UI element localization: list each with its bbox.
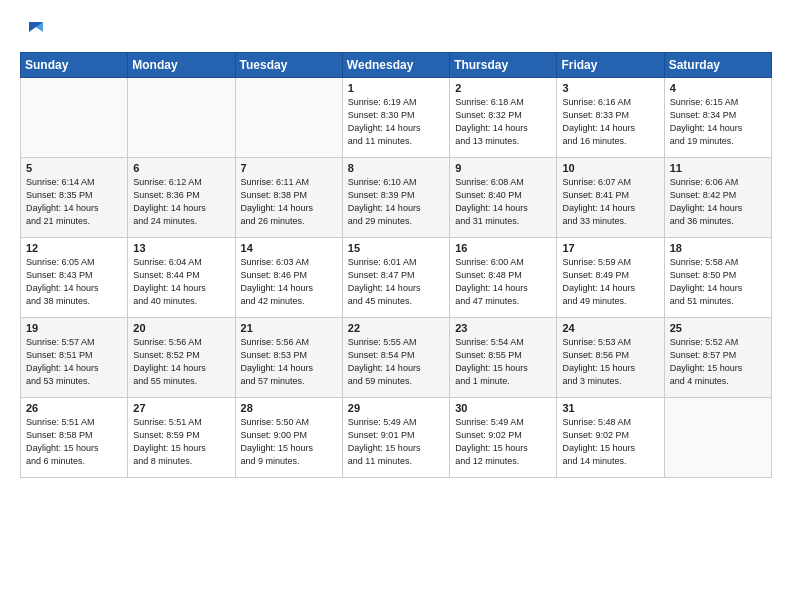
- day-number: 14: [241, 242, 337, 254]
- logo: [20, 18, 47, 40]
- day-number: 25: [670, 322, 766, 334]
- day-number: 4: [670, 82, 766, 94]
- day-number: 6: [133, 162, 229, 174]
- calendar-cell: 7Sunrise: 6:11 AM Sunset: 8:38 PM Daylig…: [235, 158, 342, 238]
- day-info: Sunrise: 5:53 AM Sunset: 8:56 PM Dayligh…: [562, 336, 658, 388]
- calendar-week-row: 26Sunrise: 5:51 AM Sunset: 8:58 PM Dayli…: [21, 398, 772, 478]
- day-number: 18: [670, 242, 766, 254]
- day-number: 8: [348, 162, 444, 174]
- day-info: Sunrise: 6:18 AM Sunset: 8:32 PM Dayligh…: [455, 96, 551, 148]
- day-info: Sunrise: 6:03 AM Sunset: 8:46 PM Dayligh…: [241, 256, 337, 308]
- day-info: Sunrise: 5:51 AM Sunset: 8:59 PM Dayligh…: [133, 416, 229, 468]
- day-number: 22: [348, 322, 444, 334]
- calendar-cell: 4Sunrise: 6:15 AM Sunset: 8:34 PM Daylig…: [664, 78, 771, 158]
- calendar-cell: 21Sunrise: 5:56 AM Sunset: 8:53 PM Dayli…: [235, 318, 342, 398]
- calendar-table: SundayMondayTuesdayWednesdayThursdayFrid…: [20, 52, 772, 478]
- calendar-header-sunday: Sunday: [21, 53, 128, 78]
- calendar-cell: 14Sunrise: 6:03 AM Sunset: 8:46 PM Dayli…: [235, 238, 342, 318]
- day-number: 17: [562, 242, 658, 254]
- day-number: 28: [241, 402, 337, 414]
- day-number: 21: [241, 322, 337, 334]
- day-info: Sunrise: 5:49 AM Sunset: 9:02 PM Dayligh…: [455, 416, 551, 468]
- calendar-header-row: SundayMondayTuesdayWednesdayThursdayFrid…: [21, 53, 772, 78]
- calendar-cell: 5Sunrise: 6:14 AM Sunset: 8:35 PM Daylig…: [21, 158, 128, 238]
- day-info: Sunrise: 5:58 AM Sunset: 8:50 PM Dayligh…: [670, 256, 766, 308]
- calendar-header-tuesday: Tuesday: [235, 53, 342, 78]
- day-info: Sunrise: 5:48 AM Sunset: 9:02 PM Dayligh…: [562, 416, 658, 468]
- day-info: Sunrise: 6:06 AM Sunset: 8:42 PM Dayligh…: [670, 176, 766, 228]
- day-number: 31: [562, 402, 658, 414]
- day-info: Sunrise: 6:05 AM Sunset: 8:43 PM Dayligh…: [26, 256, 122, 308]
- day-number: 26: [26, 402, 122, 414]
- day-info: Sunrise: 5:51 AM Sunset: 8:58 PM Dayligh…: [26, 416, 122, 468]
- calendar-week-row: 5Sunrise: 6:14 AM Sunset: 8:35 PM Daylig…: [21, 158, 772, 238]
- calendar-cell: 13Sunrise: 6:04 AM Sunset: 8:44 PM Dayli…: [128, 238, 235, 318]
- calendar-cell: [664, 398, 771, 478]
- calendar-header-wednesday: Wednesday: [342, 53, 449, 78]
- calendar-cell: 8Sunrise: 6:10 AM Sunset: 8:39 PM Daylig…: [342, 158, 449, 238]
- day-info: Sunrise: 5:56 AM Sunset: 8:53 PM Dayligh…: [241, 336, 337, 388]
- header: [20, 18, 772, 40]
- calendar-cell: 1Sunrise: 6:19 AM Sunset: 8:30 PM Daylig…: [342, 78, 449, 158]
- day-number: 23: [455, 322, 551, 334]
- calendar-cell: 26Sunrise: 5:51 AM Sunset: 8:58 PM Dayli…: [21, 398, 128, 478]
- calendar-cell: 27Sunrise: 5:51 AM Sunset: 8:59 PM Dayli…: [128, 398, 235, 478]
- day-info: Sunrise: 6:11 AM Sunset: 8:38 PM Dayligh…: [241, 176, 337, 228]
- day-info: Sunrise: 5:57 AM Sunset: 8:51 PM Dayligh…: [26, 336, 122, 388]
- day-info: Sunrise: 5:55 AM Sunset: 8:54 PM Dayligh…: [348, 336, 444, 388]
- day-info: Sunrise: 6:19 AM Sunset: 8:30 PM Dayligh…: [348, 96, 444, 148]
- day-number: 1: [348, 82, 444, 94]
- calendar-cell: 29Sunrise: 5:49 AM Sunset: 9:01 PM Dayli…: [342, 398, 449, 478]
- calendar-cell: 19Sunrise: 5:57 AM Sunset: 8:51 PM Dayli…: [21, 318, 128, 398]
- day-info: Sunrise: 5:50 AM Sunset: 9:00 PM Dayligh…: [241, 416, 337, 468]
- calendar-header-saturday: Saturday: [664, 53, 771, 78]
- day-info: Sunrise: 6:07 AM Sunset: 8:41 PM Dayligh…: [562, 176, 658, 228]
- calendar-cell: 10Sunrise: 6:07 AM Sunset: 8:41 PM Dayli…: [557, 158, 664, 238]
- day-info: Sunrise: 6:00 AM Sunset: 8:48 PM Dayligh…: [455, 256, 551, 308]
- day-info: Sunrise: 5:49 AM Sunset: 9:01 PM Dayligh…: [348, 416, 444, 468]
- calendar-cell: 6Sunrise: 6:12 AM Sunset: 8:36 PM Daylig…: [128, 158, 235, 238]
- day-number: 19: [26, 322, 122, 334]
- day-number: 30: [455, 402, 551, 414]
- day-info: Sunrise: 6:01 AM Sunset: 8:47 PM Dayligh…: [348, 256, 444, 308]
- day-info: Sunrise: 6:04 AM Sunset: 8:44 PM Dayligh…: [133, 256, 229, 308]
- day-number: 13: [133, 242, 229, 254]
- calendar-cell: 22Sunrise: 5:55 AM Sunset: 8:54 PM Dayli…: [342, 318, 449, 398]
- calendar-week-row: 12Sunrise: 6:05 AM Sunset: 8:43 PM Dayli…: [21, 238, 772, 318]
- calendar-cell: 2Sunrise: 6:18 AM Sunset: 8:32 PM Daylig…: [450, 78, 557, 158]
- day-number: 16: [455, 242, 551, 254]
- day-number: 29: [348, 402, 444, 414]
- day-number: 27: [133, 402, 229, 414]
- calendar-cell: 28Sunrise: 5:50 AM Sunset: 9:00 PM Dayli…: [235, 398, 342, 478]
- calendar-week-row: 19Sunrise: 5:57 AM Sunset: 8:51 PM Dayli…: [21, 318, 772, 398]
- calendar-cell: 12Sunrise: 6:05 AM Sunset: 8:43 PM Dayli…: [21, 238, 128, 318]
- calendar-cell: 17Sunrise: 5:59 AM Sunset: 8:49 PM Dayli…: [557, 238, 664, 318]
- calendar-cell: 20Sunrise: 5:56 AM Sunset: 8:52 PM Dayli…: [128, 318, 235, 398]
- day-info: Sunrise: 6:08 AM Sunset: 8:40 PM Dayligh…: [455, 176, 551, 228]
- day-number: 2: [455, 82, 551, 94]
- calendar-cell: 31Sunrise: 5:48 AM Sunset: 9:02 PM Dayli…: [557, 398, 664, 478]
- logo-flag-icon: [25, 18, 47, 40]
- day-info: Sunrise: 5:52 AM Sunset: 8:57 PM Dayligh…: [670, 336, 766, 388]
- day-number: 11: [670, 162, 766, 174]
- calendar-cell: 18Sunrise: 5:58 AM Sunset: 8:50 PM Dayli…: [664, 238, 771, 318]
- day-info: Sunrise: 6:14 AM Sunset: 8:35 PM Dayligh…: [26, 176, 122, 228]
- calendar-cell: 15Sunrise: 6:01 AM Sunset: 8:47 PM Dayli…: [342, 238, 449, 318]
- day-info: Sunrise: 6:10 AM Sunset: 8:39 PM Dayligh…: [348, 176, 444, 228]
- day-number: 3: [562, 82, 658, 94]
- day-info: Sunrise: 5:54 AM Sunset: 8:55 PM Dayligh…: [455, 336, 551, 388]
- calendar-week-row: 1Sunrise: 6:19 AM Sunset: 8:30 PM Daylig…: [21, 78, 772, 158]
- day-number: 5: [26, 162, 122, 174]
- day-number: 7: [241, 162, 337, 174]
- calendar-cell: 16Sunrise: 6:00 AM Sunset: 8:48 PM Dayli…: [450, 238, 557, 318]
- calendar-cell: [128, 78, 235, 158]
- calendar-cell: 23Sunrise: 5:54 AM Sunset: 8:55 PM Dayli…: [450, 318, 557, 398]
- day-info: Sunrise: 5:59 AM Sunset: 8:49 PM Dayligh…: [562, 256, 658, 308]
- day-info: Sunrise: 6:15 AM Sunset: 8:34 PM Dayligh…: [670, 96, 766, 148]
- calendar-cell: [21, 78, 128, 158]
- calendar-header-friday: Friday: [557, 53, 664, 78]
- calendar-cell: 3Sunrise: 6:16 AM Sunset: 8:33 PM Daylig…: [557, 78, 664, 158]
- day-number: 15: [348, 242, 444, 254]
- day-info: Sunrise: 6:12 AM Sunset: 8:36 PM Dayligh…: [133, 176, 229, 228]
- day-info: Sunrise: 5:56 AM Sunset: 8:52 PM Dayligh…: [133, 336, 229, 388]
